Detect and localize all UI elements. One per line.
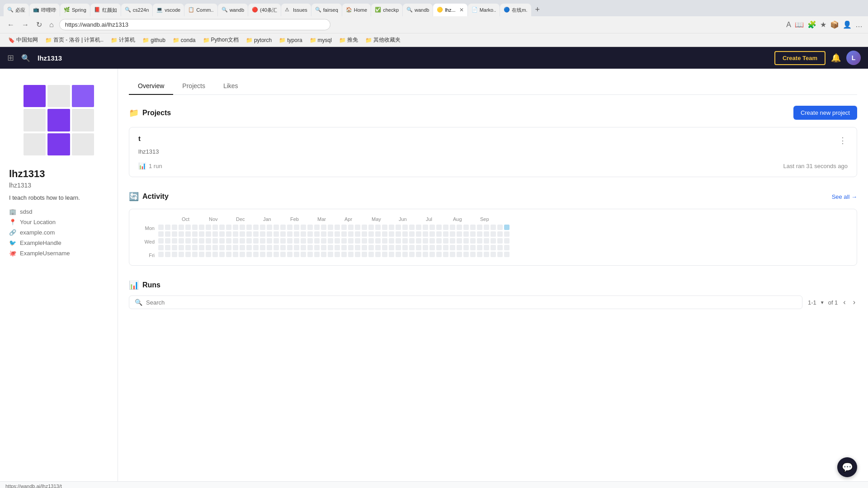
heatmap-cell[interactable] [192,252,198,257]
heatmap-cell[interactable] [416,225,421,230]
heatmap-cell[interactable] [443,245,448,250]
heatmap-cell[interactable] [185,231,191,237]
heatmap-cell[interactable] [206,245,211,250]
heatmap-cell[interactable] [321,245,326,250]
heatmap-cell[interactable] [253,225,259,230]
heatmap-cell[interactable] [328,231,333,237]
heatmap-cell[interactable] [470,231,476,237]
back-button[interactable]: ← [5,20,16,30]
heatmap-cell[interactable] [355,231,360,237]
tab-checkp[interactable]: ✅ checkp [371,4,402,16]
heatmap-cell[interactable] [206,252,211,257]
heatmap-cell[interactable] [429,231,435,237]
grid-icon[interactable]: ⊞ [7,53,14,63]
heatmap-cell[interactable] [260,252,265,257]
meta-twitter[interactable]: 🐦 ExampleHandle [9,239,108,246]
heatmap-cell[interactable] [307,225,313,230]
heatmap-cell[interactable] [260,225,265,230]
heatmap-cell[interactable] [253,238,259,244]
heatmap-cell[interactable] [253,252,259,257]
heatmap-cell[interactable] [172,238,177,244]
heatmap-cell[interactable] [491,225,496,230]
heatmap-cell[interactable] [368,252,374,257]
heatmap-cell[interactable] [240,252,245,257]
collections-icon[interactable]: 📦 [830,20,839,29]
heatmap-cell[interactable] [436,231,442,237]
bookmark-others[interactable]: 📁 其他收藏夹 [363,35,403,45]
heatmap-cell[interactable] [429,238,435,244]
heatmap-cell[interactable] [423,231,428,237]
heatmap-cell[interactable] [382,238,387,244]
bookmark-mysql[interactable]: 📁 mysql [307,36,335,44]
heatmap-cell[interactable] [463,231,469,237]
heatmap-cell[interactable] [307,252,313,257]
heatmap-cell[interactable] [463,252,469,257]
heatmap-cell[interactable] [185,252,191,257]
heatmap-cell[interactable] [348,252,354,257]
heatmap-cell[interactable] [362,231,367,237]
heatmap-cell[interactable] [219,238,225,244]
heatmap-cell[interactable] [416,231,421,237]
heatmap-cell[interactable] [267,252,272,257]
heatmap-cell[interactable] [368,225,374,230]
heatmap-cell[interactable] [484,225,489,230]
heatmap-cell[interactable] [382,225,387,230]
heatmap-cell[interactable] [368,245,374,250]
heatmap-cell[interactable] [450,238,455,244]
bookmark-pytorch[interactable]: 📁 pytorch [243,36,274,44]
tab-marko[interactable]: 📄 Marko.. [468,4,500,16]
heatmap-cell[interactable] [463,225,469,230]
see-all-link[interactable]: See all → [832,193,857,200]
heatmap-cell[interactable] [402,245,408,250]
heatmap-cell[interactable] [348,225,354,230]
heatmap-cell[interactable] [314,252,320,257]
heatmap-cell[interactable] [375,245,381,250]
heatmap-cell[interactable] [240,231,245,237]
profile-icon[interactable]: 👤 [843,20,852,29]
heatmap-cell[interactable] [219,231,225,237]
heatmap-cell[interactable] [253,231,259,237]
translate-icon[interactable]: A [786,21,791,29]
heatmap-cell[interactable] [274,245,279,250]
heatmap-cell[interactable] [212,225,218,230]
heatmap-cell[interactable] [267,245,272,250]
heatmap-cell[interactable] [212,231,218,237]
heatmap-cell[interactable] [491,238,496,244]
heatmap-cell[interactable] [429,252,435,257]
heatmap-cell[interactable] [497,252,503,257]
heatmap-cell[interactable] [355,225,360,230]
runs-search-input[interactable] [146,299,797,306]
heatmap-cell[interactable] [287,238,292,244]
heatmap-cell[interactable] [267,231,272,237]
heatmap-cell[interactable] [219,252,225,257]
heatmap-cell[interactable] [497,225,503,230]
heatmap-cell[interactable] [172,252,177,257]
reader-icon[interactable]: 📖 [795,20,804,29]
heatmap-cell[interactable] [335,252,340,257]
heatmap-cell[interactable] [321,238,326,244]
heatmap-cell[interactable] [267,225,272,230]
heatmap-cell[interactable] [409,245,415,250]
heatmap-cell[interactable] [348,231,354,237]
heatmap-cell[interactable] [274,225,279,230]
heatmap-cell[interactable] [314,245,320,250]
heatmap-cell[interactable] [328,245,333,250]
heatmap-cell[interactable] [260,245,265,250]
tab-close-icon[interactable]: ✕ [459,7,464,13]
pagination-dropdown-icon[interactable]: ▼ [820,300,825,305]
heatmap-cell[interactable] [301,252,306,257]
heatmap-cell[interactable] [355,238,360,244]
meta-website[interactable]: 🔗 example.com [9,229,108,236]
tab-40tiao[interactable]: 🔴 (40条汇 [248,4,281,16]
heatmap-cell[interactable] [233,238,238,244]
heatmap-cell[interactable] [389,245,394,250]
heatmap-cell[interactable] [457,245,462,250]
heatmap-cell[interactable] [450,225,455,230]
heatmap-cell[interactable] [491,231,496,237]
heatmap-cell[interactable] [389,252,394,257]
heatmap-cell[interactable] [172,225,177,230]
heatmap-cell[interactable] [396,245,401,250]
heatmap-cell[interactable] [436,252,442,257]
heatmap-cell[interactable] [382,231,387,237]
heatmap-cell[interactable] [321,252,326,257]
